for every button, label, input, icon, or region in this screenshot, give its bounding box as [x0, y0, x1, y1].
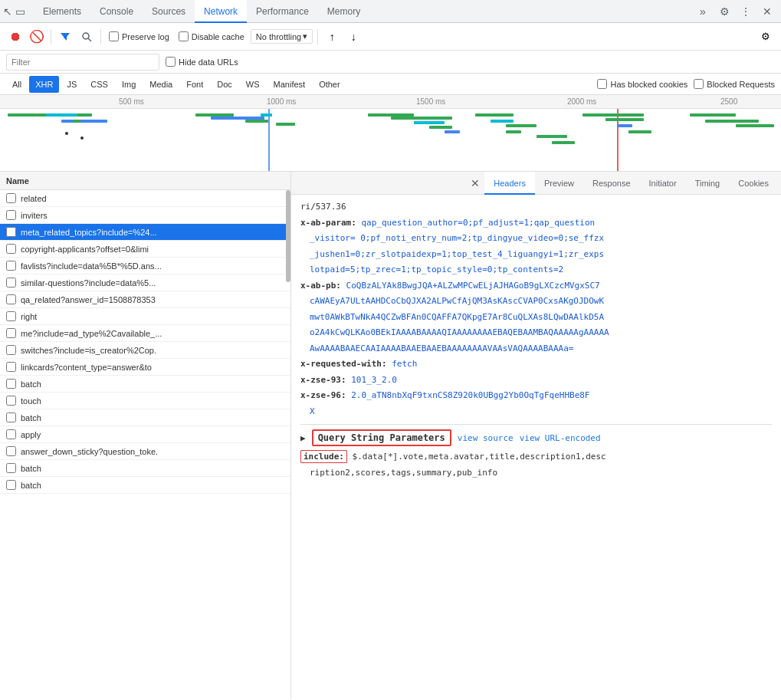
mobile-icon[interactable]: ▭ [15, 5, 25, 18]
filter-input[interactable] [6, 54, 159, 71]
request-item-touch[interactable]: touch [0, 393, 290, 409]
request-checkbox[interactable] [6, 294, 16, 304]
search-button[interactable] [77, 28, 96, 46]
download-button[interactable]: ↓ [344, 28, 363, 46]
timeline-ruler: 500 ms 1000 ms 1500 ms 2000 ms 2500 [0, 95, 781, 109]
disable-cache-checkbox[interactable]: Disable cache [179, 31, 244, 41]
query-string-title: Query String Parameters [312, 429, 451, 446]
main-area: Name related inviters meta_related_topic… [0, 172, 781, 699]
tab-console[interactable]: Console [90, 0, 143, 23]
blocked-requests-checkbox[interactable]: Blocked Requests [694, 79, 775, 89]
filter-button[interactable] [56, 28, 74, 46]
stop-button[interactable]: 🚫 [28, 28, 46, 46]
scrollbar-thumb[interactable] [286, 190, 290, 282]
request-checkbox[interactable] [6, 278, 16, 288]
tab-sources[interactable]: Sources [143, 0, 195, 23]
view-source-link[interactable]: view source [458, 433, 514, 443]
detail-close-button[interactable]: ✕ [466, 174, 484, 192]
request-checkbox[interactable] [6, 480, 16, 490]
type-filter-row: All XHR JS CSS Img Media Font Doc WS Man… [0, 74, 781, 95]
query-triangle-icon[interactable]: ▶ [300, 433, 306, 443]
preserve-log-checkbox[interactable]: Preserve log [109, 31, 169, 41]
type-btn-media[interactable]: Media [143, 76, 179, 93]
request-item-right[interactable]: right [0, 308, 290, 325]
request-item-batch-3[interactable]: batch [0, 460, 290, 477]
request-item-similar-questions[interactable]: similar-questions?include=data%5... [0, 274, 290, 291]
request-item-me[interactable]: me?include=ad_type%2Cavailable_... [0, 325, 290, 342]
settings-gear-button[interactable]: ⚙ [756, 28, 775, 46]
tab-memory[interactable]: Memory [318, 0, 369, 23]
query-param-include: include: $.data[*].vote,meta.avatar,titl… [300, 451, 772, 464]
request-item-linkcards[interactable]: linkcards?content_type=answer&to [0, 359, 290, 376]
tab-performance[interactable]: Performance [247, 0, 318, 23]
type-btn-xhr[interactable]: XHR [29, 76, 59, 93]
header-x-ab-param-cont2: _jushen1=0;zr_slotpaidexp=1;top_test_4_l… [300, 248, 772, 261]
type-btn-img[interactable]: Img [116, 76, 142, 93]
request-item-inviters[interactable]: inviters [0, 207, 290, 224]
request-item-batch-2[interactable]: batch [0, 409, 290, 426]
type-btn-doc[interactable]: Doc [211, 76, 238, 93]
overflow-icon[interactable]: » [692, 1, 714, 22]
view-url-encoded-link[interactable]: view URL-encoded [520, 433, 601, 443]
type-btn-ws[interactable]: WS [240, 76, 266, 93]
header-x-zse-96-cont: X [300, 406, 772, 419]
request-checkbox[interactable] [6, 429, 16, 439]
tab-network[interactable]: Network [195, 0, 247, 23]
request-checkbox[interactable] [6, 311, 16, 321]
detail-tab-initiator[interactable]: Initiator [640, 172, 686, 195]
request-checkbox[interactable] [6, 227, 16, 237]
request-checkbox[interactable] [6, 210, 16, 220]
request-item-batch-1[interactable]: batch [0, 376, 290, 393]
request-checkbox[interactable] [6, 362, 16, 372]
waterfall-bar [276, 123, 295, 126]
close-icon[interactable]: ✕ [756, 1, 778, 22]
settings-icon[interactable]: ⚙ [714, 1, 735, 22]
waterfall-bar [506, 124, 537, 127]
request-item-switches[interactable]: switches?include=is_creator%2Cop. [0, 342, 290, 359]
request-item-meta-related[interactable]: meta_related_topics?include=%24... [0, 224, 290, 241]
upload-button[interactable]: ↑ [323, 28, 341, 46]
request-item-apply[interactable]: apply [0, 426, 290, 443]
ruler-mark-2500: 2500 [720, 97, 737, 106]
request-item-copyright[interactable]: copyright-applicants?offset=0&limi [0, 241, 290, 258]
request-checkbox[interactable] [6, 261, 16, 271]
request-checkbox[interactable] [6, 463, 16, 473]
type-btn-css[interactable]: CSS [84, 76, 114, 93]
type-btn-manifest[interactable]: Manifest [267, 76, 312, 93]
type-btn-font[interactable]: Font [180, 76, 209, 93]
ruler-mark-1000: 1000 ms [267, 97, 296, 106]
detail-tab-headers[interactable]: Headers [484, 172, 535, 195]
svg-line-1 [88, 38, 91, 41]
type-btn-other[interactable]: Other [313, 76, 346, 93]
request-checkbox[interactable] [6, 412, 16, 422]
cursor-icon[interactable]: ↖ [3, 5, 12, 18]
record-button[interactable]: ⏺ [6, 28, 25, 46]
detail-tab-cookies[interactable]: Cookies [729, 172, 778, 195]
request-checkbox[interactable] [6, 193, 16, 203]
request-item-qa-related[interactable]: qa_related?answer_id=1508878353 [0, 291, 290, 308]
throttle-select[interactable]: No throttling ▾ [251, 29, 313, 44]
waterfall-bar [46, 113, 77, 117]
detail-tab-preview[interactable]: Preview [535, 172, 583, 195]
tab-elements[interactable]: Elements [34, 0, 90, 23]
detail-tab-response[interactable]: Response [583, 172, 640, 195]
waterfall-bar [690, 113, 736, 117]
request-item-favlists[interactable]: favlists?include=data%5B*%5D.ans... [0, 258, 290, 274]
request-item-answer-down[interactable]: answer_down_sticky?question_toke. [0, 443, 290, 460]
header-x-ab-pb-cont3: o2A4kCwQLKAo0BEkIAAAABAAAAQIAAAAAAAAEBAQ… [300, 327, 772, 340]
request-checkbox[interactable] [6, 396, 16, 406]
has-blocked-cookies-checkbox[interactable]: Has blocked cookies [597, 79, 687, 89]
request-item-related[interactable]: related [0, 190, 290, 207]
hide-data-urls-checkbox[interactable]: Hide data URLs [166, 57, 238, 67]
request-checkbox[interactable] [6, 379, 16, 389]
request-checkbox[interactable] [6, 328, 16, 338]
type-btn-all[interactable]: All [6, 76, 28, 93]
detail-tab-timing[interactable]: Timing [686, 172, 730, 195]
more-icon[interactable]: ⋮ [735, 1, 756, 22]
type-btn-js[interactable]: JS [61, 76, 83, 93]
waterfall-bar [73, 120, 80, 123]
request-checkbox[interactable] [6, 345, 16, 355]
request-checkbox[interactable] [6, 244, 16, 254]
request-checkbox[interactable] [6, 446, 16, 456]
request-item-batch-4[interactable]: batch [0, 477, 290, 494]
